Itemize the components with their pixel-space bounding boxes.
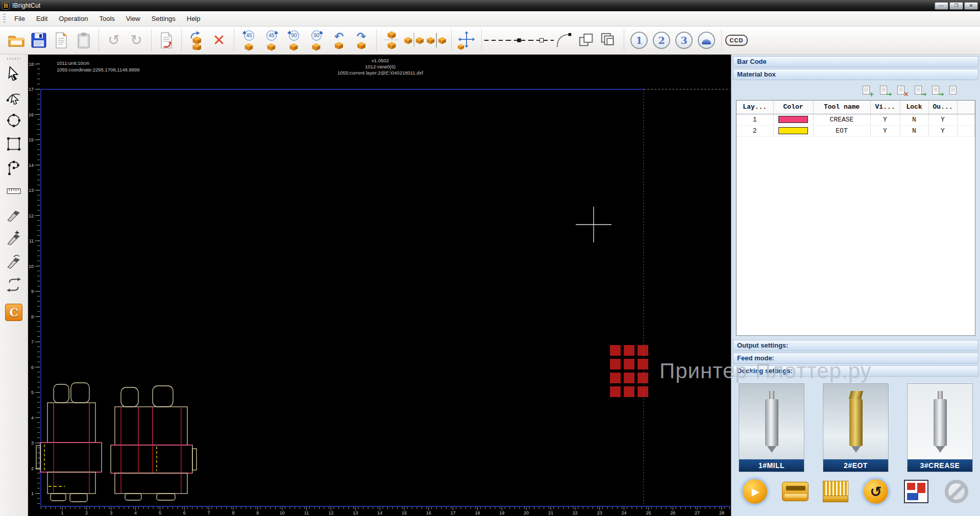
add-layer-button[interactable]: +	[863, 86, 873, 96]
rotate-right-button[interactable]: ↷	[350, 28, 373, 53]
delete-layer-button[interactable]: ✕	[897, 86, 908, 96]
lock-cell[interactable]: N	[900, 114, 928, 125]
feed-button[interactable]	[781, 478, 810, 505]
mirror-horizontal-button[interactable]	[403, 28, 425, 53]
layer-color-cell[interactable]	[773, 125, 813, 136]
move-button[interactable]	[455, 28, 478, 53]
curve-button[interactable]	[553, 28, 575, 53]
plot-output-button[interactable]	[155, 28, 178, 53]
copy-layers-button[interactable]	[949, 86, 960, 96]
layer-row[interactable]: 1 CREASE Y N Y	[737, 114, 975, 125]
color-swatch[interactable]	[778, 127, 808, 134]
layer-number[interactable]: 2	[737, 125, 773, 136]
select-tool[interactable]	[4, 63, 24, 84]
color-swatch[interactable]	[778, 116, 808, 123]
contour-button[interactable]	[575, 28, 598, 53]
menu-help[interactable]: Help	[181, 12, 206, 25]
svg-text:4: 4	[31, 415, 34, 421]
view-1-button[interactable]: 1	[628, 28, 650, 53]
docking-tool-card[interactable]: 2#EOT	[823, 383, 889, 472]
paste-button[interactable]	[72, 28, 95, 53]
close-button[interactable]: ✕	[964, 2, 978, 10]
visible-cell[interactable]: Y	[870, 114, 900, 125]
menu-file[interactable]: File	[9, 12, 31, 25]
view-all-button[interactable]	[695, 28, 718, 53]
docking-tool-card[interactable]: 3#CREASE	[907, 383, 973, 472]
crosshair-cursor	[576, 207, 611, 242]
knife-add-tool[interactable]	[4, 228, 24, 248]
mirror-vertical-button[interactable]	[425, 28, 448, 53]
section-feed-mode[interactable]: Feed mode:	[733, 353, 978, 364]
rotate-object-button[interactable]	[185, 28, 208, 53]
column-header[interactable]: Color	[773, 101, 813, 114]
group-button[interactable]	[598, 28, 620, 53]
layer-row[interactable]: 2 EOT Y N Y	[737, 125, 975, 136]
column-header[interactable]: Lay...	[737, 101, 773, 114]
column-header[interactable]: Vi...	[870, 101, 900, 114]
nesting-button[interactable]	[902, 478, 930, 505]
column-header[interactable]: Tool name	[813, 101, 870, 114]
import-layer-button[interactable]: →	[932, 86, 942, 96]
section-output-settings[interactable]: Output settings:	[733, 340, 978, 351]
menu-settings[interactable]: Settings	[146, 12, 181, 25]
section-docking-settings[interactable]: Docking settings:	[733, 365, 978, 377]
svg-text:12: 12	[29, 213, 34, 218]
knife-tool[interactable]	[4, 204, 24, 225]
disable-button[interactable]	[942, 478, 971, 505]
rotate-90-cw-button[interactable]: 90	[305, 28, 328, 53]
save-button[interactable]	[28, 28, 50, 53]
column-header[interactable]: Ou...	[928, 101, 957, 114]
cycle-button[interactable]: ↺	[862, 478, 890, 505]
app-c-logo-icon[interactable]: C	[5, 304, 22, 321]
output-cell[interactable]: Y	[928, 114, 957, 125]
measure-tool[interactable]	[4, 181, 24, 201]
menu-operation[interactable]: Operation	[53, 12, 93, 25]
menu-tools[interactable]: Tools	[93, 12, 120, 25]
dieline-template-1[interactable]	[36, 383, 102, 502]
start-button[interactable]: ▶	[741, 478, 769, 505]
drawing-canvas[interactable]: 181716151413121110987654321 123456789101…	[28, 55, 731, 516]
ccd-button[interactable]: CCD	[725, 28, 748, 53]
copy-button[interactable]	[50, 28, 72, 53]
brush-button[interactable]	[821, 478, 850, 505]
rotate-left-button[interactable]: ↶	[328, 28, 350, 53]
rotate-45-ccw-button[interactable]: 45	[238, 28, 260, 53]
section-material-box[interactable]: Material box	[733, 69, 978, 80]
line-style-node-filled-button[interactable]	[508, 28, 530, 53]
dieline-template-2[interactable]	[111, 386, 197, 500]
line-style-dash-button[interactable]	[485, 28, 508, 53]
node-edit-tool[interactable]	[4, 87, 24, 107]
redo-button[interactable]: ↻	[125, 28, 148, 53]
minimize-button[interactable]: —	[935, 2, 948, 10]
rotate-45-cw-button[interactable]: 45	[260, 28, 283, 53]
tool-name-cell[interactable]: EOT	[813, 125, 870, 136]
export-layer-button[interactable]: →	[915, 86, 925, 96]
menu-edit[interactable]: Edit	[31, 12, 53, 25]
maximize-button[interactable]: ❐	[949, 2, 963, 10]
output-cell[interactable]: Y	[928, 125, 957, 136]
rotate-90-ccw-button[interactable]: 90	[283, 28, 305, 53]
menu-view[interactable]: View	[120, 12, 146, 25]
delete-button[interactable]: ✕	[208, 28, 230, 53]
line-style-node-open-button[interactable]	[530, 28, 553, 53]
tool-name-cell[interactable]: CREASE	[813, 114, 870, 125]
sequence-tool[interactable]	[4, 275, 24, 295]
rectangle-tool[interactable]	[4, 134, 24, 154]
view-3-button[interactable]: 3	[673, 28, 695, 53]
column-header[interactable]: Lock	[900, 101, 928, 114]
visible-cell[interactable]: Y	[870, 125, 900, 136]
path-tool[interactable]	[4, 157, 24, 178]
docking-tool-card[interactable]: 1#MILL	[739, 383, 804, 472]
undo-button[interactable]: ↺	[103, 28, 125, 53]
knife-curve-tool[interactable]	[4, 251, 24, 272]
layer-number[interactable]: 1	[737, 114, 773, 125]
layer-color-cell[interactable]	[773, 114, 813, 125]
array-copy-button[interactable]	[380, 28, 403, 53]
open-button[interactable]	[5, 28, 28, 53]
view-2-button[interactable]: 2	[650, 28, 673, 53]
lock-cell[interactable]: N	[900, 125, 928, 136]
insert-layer-button[interactable]: →	[880, 86, 890, 96]
svg-text:6: 6	[31, 365, 34, 370]
section-bar-code[interactable]: Bar Code	[733, 56, 978, 67]
circle-tool[interactable]	[4, 110, 24, 131]
